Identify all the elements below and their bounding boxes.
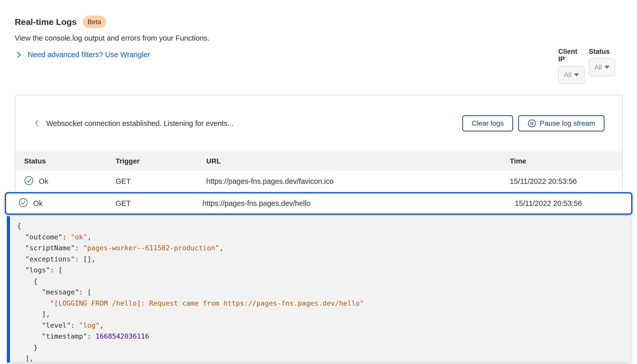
column-header-time: Time (510, 157, 622, 165)
logs-card: Websocket connection established. Listen… (15, 95, 623, 192)
pause-icon (528, 119, 536, 128)
filters: Client IP All Status All (558, 48, 615, 84)
logs-toolbar: Websocket connection established. Listen… (15, 95, 622, 152)
status-filter-label: Status (589, 48, 615, 55)
table-header: Status Trigger URL Time (15, 152, 622, 171)
pause-log-stream-button[interactable]: Pause log stream (518, 115, 604, 131)
url-cell: https://pages-fns.pages.dev/hello (202, 199, 515, 208)
status-ok-icon (24, 176, 34, 187)
status-filter: Status All (589, 48, 615, 84)
time-cell: 15/11/2022 20:53:56 (515, 199, 631, 208)
wrangler-link-row[interactable]: Need advanced filters? Use Wrangler (15, 51, 210, 59)
wrangler-link[interactable]: Need advanced filters? Use Wrangler (28, 51, 150, 59)
client-ip-filter-label: Client IP (558, 48, 585, 63)
status-ok-icon (19, 198, 28, 209)
client-ip-filter: Client IP All (558, 48, 585, 84)
log-detail-panel: { "outcome": "ok", "scriptName": "pages-… (7, 216, 631, 362)
status-label: Ok (39, 177, 48, 186)
clear-logs-button[interactable]: Clear logs (462, 115, 513, 131)
table-row[interactable]: Ok GET https://pages-fns.pages.dev/favic… (15, 171, 622, 192)
client-ip-filter-value: All (564, 71, 571, 79)
page-title: Real-time Logs (15, 16, 77, 28)
loading-spinner-icon (34, 119, 43, 127)
column-header-status: Status (24, 157, 116, 165)
time-cell: 15/11/2022 20:53:56 (510, 177, 622, 186)
trigger-cell: GET (116, 177, 206, 186)
url-cell: https://pages-fns.pages.dev/favicon.ico (206, 177, 510, 186)
chevron-right-icon (15, 51, 23, 59)
status-label: Ok (33, 199, 43, 208)
caret-down-icon (604, 66, 610, 69)
caret-down-icon (574, 73, 579, 76)
log-detail-json: { "outcome": "ok", "scriptName": "pages-… (17, 220, 631, 362)
column-header-trigger: Trigger (116, 157, 206, 165)
page-subtitle: View the console.log output and errors f… (15, 34, 210, 43)
trigger-cell: GET (116, 199, 202, 208)
beta-badge: Beta (83, 16, 106, 28)
table-row-selected[interactable]: Ok GET https://pages-fns.pages.dev/hello… (5, 192, 632, 215)
client-ip-filter-select[interactable]: All (558, 66, 585, 84)
status-filter-select[interactable]: All (589, 58, 615, 76)
selected-log-entry: Ok GET https://pages-fns.pages.dev/hello… (5, 192, 632, 362)
column-header-url: URL (206, 157, 510, 165)
status-filter-value: All (594, 63, 602, 71)
websocket-status-message: Websocket connection established. Listen… (46, 119, 462, 128)
page-header: Real-time Logs Beta View the console.log… (15, 16, 210, 59)
